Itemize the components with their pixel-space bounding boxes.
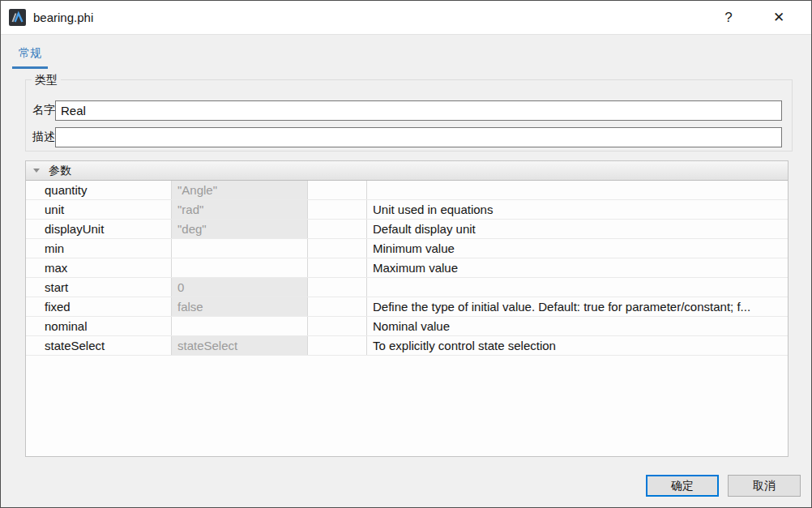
description-field-label: 描述: [32, 130, 55, 144]
param-value[interactable]: false: [172, 297, 308, 316]
param-description: Minimum value: [367, 239, 788, 258]
param-row-fixed[interactable]: fixed false Define the type of initial v…: [26, 297, 788, 317]
type-groupbox: 类型 名字 描述: [25, 79, 793, 152]
param-name: stateSelect: [26, 336, 172, 355]
param-row-min[interactable]: min Minimum value: [26, 239, 788, 258]
param-name: start: [26, 278, 172, 297]
param-extra-cell[interactable]: [308, 258, 367, 277]
param-name: max: [26, 258, 172, 277]
param-extra-cell[interactable]: [308, 239, 367, 258]
param-value[interactable]: "deg": [172, 220, 308, 238]
param-extra-cell[interactable]: [308, 220, 367, 238]
param-name: quantity: [26, 181, 172, 199]
close-button[interactable]: ✕: [767, 6, 790, 29]
param-row-start[interactable]: start 0: [26, 278, 788, 297]
param-description: Unit used in equations: [367, 200, 788, 219]
param-row-max[interactable]: max Maximum value: [26, 258, 788, 278]
param-name: unit: [26, 200, 172, 219]
param-name: displayUnit: [26, 220, 172, 238]
param-extra-cell[interactable]: [308, 200, 367, 219]
help-button[interactable]: ?: [717, 6, 740, 29]
param-description: [367, 181, 788, 199]
parameters-section-label: 参数: [49, 164, 71, 178]
window-title: bearing.phi: [33, 11, 93, 24]
param-name: min: [26, 239, 172, 258]
parameters-section-header[interactable]: 参数: [26, 161, 788, 181]
ok-button[interactable]: 确定: [646, 475, 719, 497]
collapse-triangle-icon: [33, 169, 40, 173]
app-logo-icon: [9, 9, 26, 26]
tab-general[interactable]: 常规: [12, 46, 48, 69]
param-extra-cell[interactable]: [308, 278, 367, 297]
title-bar: bearing.phi ? ✕: [1, 1, 811, 35]
table-empty-area: [26, 356, 788, 456]
param-extra-cell[interactable]: [308, 336, 367, 355]
dialog-window: bearing.phi ? ✕ 常规 类型 名字 描述 参数 quantity …: [0, 0, 812, 508]
description-field-row: 描述: [32, 126, 782, 147]
name-field-label: 名字: [32, 103, 55, 117]
param-row-nominal[interactable]: nominal Nominal value: [26, 317, 788, 336]
name-field-row: 名字: [32, 100, 782, 121]
param-value[interactable]: 0: [172, 278, 308, 297]
name-input[interactable]: [55, 100, 782, 121]
param-value[interactable]: [172, 317, 308, 335]
titlebar-actions: ? ✕: [717, 6, 803, 29]
param-extra-cell[interactable]: [308, 181, 367, 199]
param-name: fixed: [26, 297, 172, 316]
param-description: Define the type of initial value. Defaul…: [367, 297, 788, 316]
param-description: To explicitly control state selection: [367, 336, 788, 355]
param-row-stateSelect[interactable]: stateSelect stateSelect To explicitly co…: [26, 336, 788, 356]
param-name: nominal: [26, 317, 172, 335]
cancel-button[interactable]: 取消: [728, 475, 801, 497]
param-row-unit[interactable]: unit "rad" Unit used in equations: [26, 200, 788, 220]
param-value[interactable]: stateSelect: [172, 336, 308, 355]
description-input[interactable]: [55, 127, 782, 147]
type-groupbox-title: 类型: [32, 73, 61, 88]
param-description: Nominal value: [367, 317, 788, 335]
param-value[interactable]: [172, 239, 308, 258]
param-description: Default display unit: [367, 220, 788, 238]
param-extra-cell[interactable]: [308, 317, 367, 335]
param-value[interactable]: "rad": [172, 200, 308, 219]
param-row-displayUnit[interactable]: displayUnit "deg" Default display unit: [26, 220, 788, 239]
param-extra-cell[interactable]: [308, 297, 367, 316]
param-description: [367, 278, 788, 297]
param-description: Maximum value: [367, 258, 788, 277]
parameter-table: 参数 quantity "Angle" unit "rad" Unit used…: [25, 160, 788, 457]
param-value[interactable]: [172, 258, 308, 277]
param-row-quantity[interactable]: quantity "Angle": [26, 181, 788, 200]
param-value[interactable]: "Angle": [172, 181, 308, 199]
